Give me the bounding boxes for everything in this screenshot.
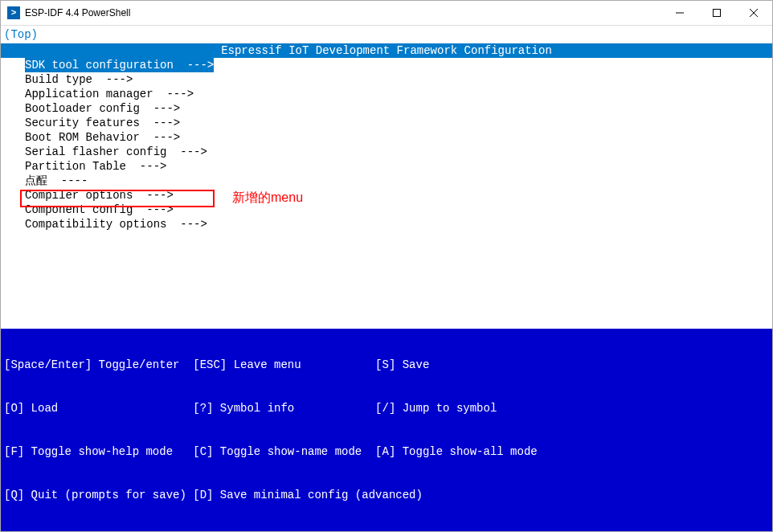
help-line-2: [O] Load [?] Symbol info [/] Jump to sym…: [1, 401, 772, 415]
menu-item-sdk-tool[interactable]: SDK tool configuration --->: [25, 58, 214, 72]
window-title: ESP-IDF 4.4 PowerShell: [25, 7, 661, 18]
close-button[interactable]: [735, 1, 772, 25]
help-line-1: [Space/Enter] Toggle/enter [ESC] Leave m…: [1, 358, 772, 372]
menu-list: SDK tool configuration ---> Build type -…: [1, 58, 772, 231]
config-header: Espressif IoT Development Framework Conf…: [1, 43, 772, 58]
menu-item-compiler[interactable]: Compiler options --->: [25, 188, 772, 203]
menu-item-boot-rom[interactable]: Boot ROM Behavior --->: [25, 130, 772, 145]
menu-item-bootloader[interactable]: Bootloader config --->: [25, 101, 772, 116]
menu-item-custom[interactable]: 点酲 ----: [25, 174, 772, 188]
menu-item-compat[interactable]: Compatibility options --->: [25, 217, 772, 231]
menu-item-security[interactable]: Security features --->: [25, 116, 772, 130]
menu-item-serial-flasher[interactable]: Serial flasher config --->: [25, 145, 772, 159]
help-line-3: [F] Toggle show-help mode [C] Toggle sho…: [1, 444, 772, 459]
menu-item-component[interactable]: Component config --->: [25, 203, 772, 217]
help-bar: [Space/Enter] Toggle/enter [ESC] Leave m…: [1, 329, 772, 531]
titlebar: ESP-IDF 4.4 PowerShell: [1, 1, 772, 26]
terminal-area[interactable]: (Top) Espressif IoT Development Framewor…: [1, 26, 772, 531]
menu-item-build-type[interactable]: Build type --->: [25, 72, 772, 87]
maximize-button[interactable]: [698, 1, 735, 25]
help-line-4: [Q] Quit (prompts for save) [D] Save min…: [1, 488, 772, 502]
powershell-icon: [7, 6, 20, 19]
window-controls: [661, 1, 772, 25]
menu-item-app-manager[interactable]: Application manager --->: [25, 87, 772, 101]
breadcrumb: (Top): [1, 26, 772, 43]
svg-rect-1: [714, 10, 721, 17]
window: ESP-IDF 4.4 PowerShell (Top) Espressif I…: [0, 0, 773, 532]
minimize-button[interactable]: [661, 1, 698, 25]
menu-item-partition[interactable]: Partition Table --->: [25, 159, 772, 174]
